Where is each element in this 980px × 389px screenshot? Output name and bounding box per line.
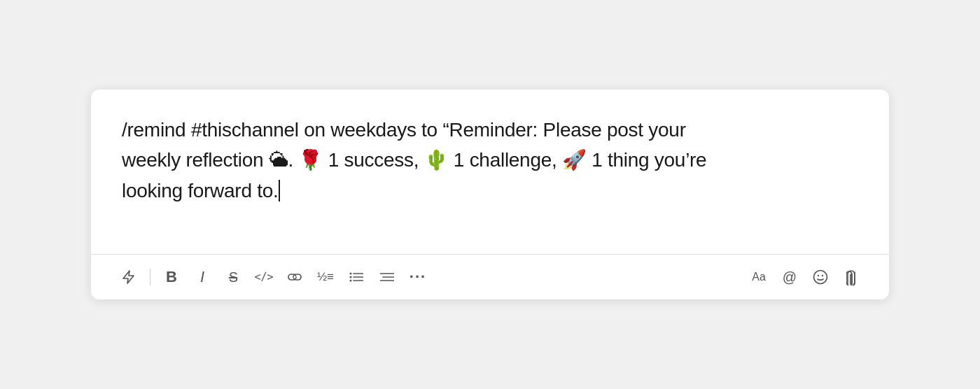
format-text-button[interactable]: Aa [746, 264, 771, 290]
unordered-list-button[interactable] [344, 264, 369, 290]
editor-text-area[interactable]: /remind #thischannel on weekdays to “Rem… [91, 90, 889, 254]
more-options-button[interactable]: ··· [405, 264, 430, 290]
toolbar-separator [150, 269, 150, 285]
svg-point-2 [350, 280, 352, 282]
text-cursor [279, 180, 280, 201]
svg-point-9 [814, 271, 827, 284]
editor-container: /remind #thischannel on weekdays to “Rem… [91, 90, 889, 299]
blockquote-button[interactable] [374, 264, 400, 290]
attachment-button[interactable] [839, 264, 864, 290]
code-button[interactable]: </> [251, 264, 276, 290]
strikethrough-button[interactable]: S [220, 264, 246, 290]
mention-button[interactable]: @ [777, 264, 802, 290]
link-button[interactable] [282, 264, 307, 290]
lightning-icon[interactable] [116, 264, 141, 290]
svg-point-0 [350, 273, 352, 275]
italic-button[interactable]: I [190, 264, 215, 290]
editor-content-line3: looking forward to. [122, 180, 278, 201]
ordered-list-button[interactable]: ½≡ [313, 264, 338, 290]
editor-content-line1: /remind #thischannel on weekdays to “Rem… [122, 119, 686, 141]
editor-content-line2: weekly reflection 🌥. 🌹 1 success, 🌵 1 ch… [122, 149, 706, 171]
svg-point-10 [818, 275, 819, 276]
bold-button[interactable]: B [159, 264, 184, 290]
svg-point-1 [350, 276, 352, 278]
svg-point-11 [822, 275, 823, 276]
emoji-button[interactable] [808, 264, 833, 290]
formatting-toolbar: B I S </> ½≡ [91, 255, 889, 299]
